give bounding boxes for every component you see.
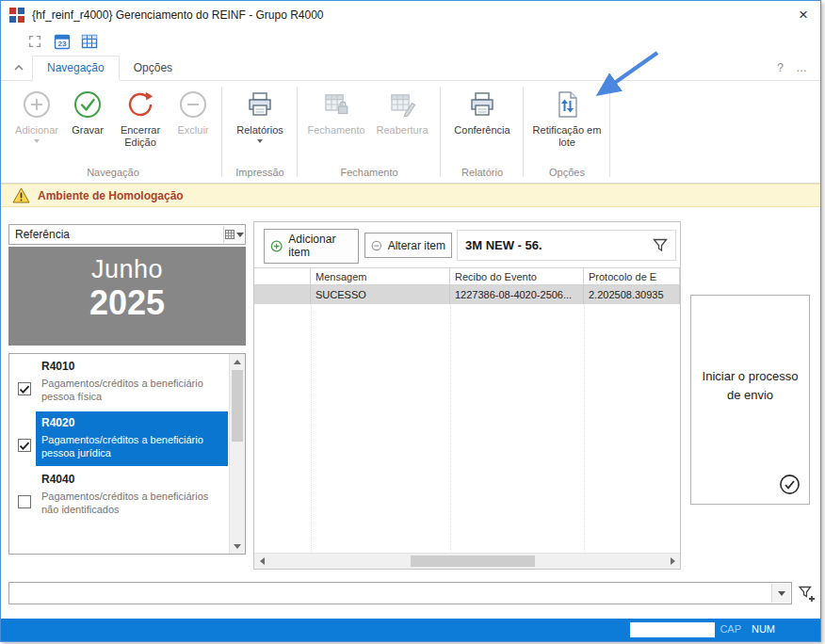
chevron-up-icon: [13, 64, 24, 72]
tab-opcoes[interactable]: Opções: [120, 56, 186, 80]
ribbon-group-relatorio: Conferência Relatório: [441, 81, 524, 183]
checkbox-r4020[interactable]: [18, 439, 31, 452]
grid-filter-text: 3M NEW - 56.: [465, 238, 653, 252]
ribbon-button-fechamento: Fechamento: [303, 86, 369, 137]
check-circle-icon: [779, 474, 801, 495]
filter-funnel-icon[interactable]: [653, 238, 668, 252]
undo-circular-arrow-icon: [124, 89, 156, 121]
filter-add-icon[interactable]: [798, 585, 817, 604]
reference-dropdown-button[interactable]: [223, 226, 244, 243]
ribbon-button-excluir: Excluir: [170, 86, 217, 137]
remove-circle-icon: [177, 89, 209, 121]
scroll-right-icon[interactable]: [665, 554, 680, 569]
ribbon-button-conferencia[interactable]: Conferência: [445, 86, 519, 137]
ribbon-button-label: Retificação em lote: [528, 124, 606, 149]
ribbon-button-retificacao-em-lote[interactable]: Retificação em lote: [528, 86, 606, 149]
calendar-icon[interactable]: 23: [53, 32, 72, 51]
period-month: Junho: [8, 255, 246, 284]
list-item-code: R4040: [41, 473, 222, 486]
edit-item-button[interactable]: Alterar item: [364, 233, 452, 258]
ribbon-group-label: Fechamento: [298, 165, 441, 183]
ribbon-group-label: Impressão: [222, 165, 298, 183]
grid-header-recibo[interactable]: Recibo do Evento: [450, 268, 584, 284]
combo-dropdown-button[interactable]: [771, 584, 790, 603]
warning-icon: [12, 187, 30, 203]
ribbon-button-label: Conferência: [454, 124, 510, 137]
grid-header-indicator[interactable]: [254, 268, 311, 284]
add-item-icon: [270, 239, 283, 253]
more-options-button[interactable]: …: [796, 61, 807, 74]
list-item-desc: Pagamentos/créditos a beneficiário pesso…: [41, 377, 211, 404]
caret-down-icon: [236, 233, 244, 237]
ribbon-group-label: Relatório: [441, 165, 524, 183]
dropdown-caret-icon: [257, 139, 263, 143]
check-icon: [19, 384, 30, 394]
ribbon-button-label: Encerrar Edição: [111, 124, 170, 149]
period-display: Junho 2025: [8, 247, 246, 346]
start-send-panel[interactable]: Iniciar o processo de envio: [690, 295, 810, 505]
vertical-scrollbar[interactable]: [229, 354, 245, 554]
status-cap: CAP: [720, 623, 741, 635]
batch-rectify-document-icon: [551, 89, 583, 121]
scroll-left-icon[interactable]: [254, 554, 269, 569]
tab-navegacao[interactable]: Navegação: [32, 56, 120, 81]
warning-text: Ambiente de Homologação: [38, 189, 184, 202]
locked-sheet-icon: [320, 89, 352, 121]
help-button[interactable]: ?: [777, 61, 784, 74]
event-type-list: R4010 Pagamentos/créditos a beneficiário…: [8, 353, 246, 555]
horizontal-scrollbar[interactable]: [254, 553, 680, 569]
ribbon-group-impressao: Relatórios Impressão: [222, 81, 298, 183]
add-item-button[interactable]: Adicionar item: [264, 229, 359, 264]
collapse-window-icon[interactable]: [25, 32, 44, 51]
list-item-desc: Pagamentos/créditos a beneficiário pesso…: [41, 433, 211, 460]
ribbon-button-reabertura: Reabertura: [369, 86, 435, 137]
close-button[interactable]: ×: [786, 1, 820, 29]
edit-item-icon: [371, 239, 382, 252]
ribbon: Adicionar Gravar Encerrar Edição: [1, 81, 820, 184]
ribbon-group-label: Opções: [524, 165, 610, 183]
checkbox-r4010[interactable]: [18, 382, 31, 395]
events-grid-panel: Adicionar item Alterar item 3M NEW - 56.…: [253, 221, 681, 570]
list-item-r4010[interactable]: R4010 Pagamentos/créditos a beneficiário…: [9, 354, 229, 411]
ribbon-button-encerrar-edicao[interactable]: Encerrar Edição: [111, 86, 170, 149]
bottom-filter-combo[interactable]: [8, 582, 792, 604]
ribbon-button-label: Excluir: [177, 124, 208, 137]
tab-opcoes-label: Opções: [134, 61, 172, 74]
reopen-sheet-icon: [386, 89, 418, 121]
grid-body: [254, 304, 680, 552]
table-icon[interactable]: [80, 32, 99, 51]
reference-label: Referência: [15, 228, 70, 241]
list-item-r4040[interactable]: R4040 Pagamentos/créditos a beneficiário…: [9, 467, 229, 523]
add-item-label: Adicionar item: [288, 233, 352, 258]
scrollbar-thumb[interactable]: [232, 370, 243, 442]
save-check-icon: [72, 89, 104, 121]
ribbon-collapse-button[interactable]: [8, 58, 30, 77]
checkbox-r4040[interactable]: [18, 495, 31, 508]
grid-header-protocolo[interactable]: Protocolo de E: [584, 268, 680, 284]
ribbon-button-label: Adicionar: [15, 124, 58, 137]
ribbon-group-opcoes: Retificação em lote Opções: [524, 81, 610, 183]
grid-header: Mensagem Recibo do Evento Protocolo de E: [254, 267, 680, 285]
title-bar: {hf_reinf_r4000} Gerenciamento do REINF …: [1, 1, 820, 29]
ribbon-button-label: Gravar: [72, 124, 104, 137]
scroll-down-icon[interactable]: [230, 539, 245, 554]
grid-cell: 2.202508.30935: [584, 285, 680, 304]
scrollbar-thumb[interactable]: [411, 555, 535, 567]
ribbon-group-fechamento: Fechamento Reabertura Fechamento: [298, 81, 441, 183]
grid-row-selected[interactable]: SUCESSO 1227386-08-4020-2506... 2.202508…: [254, 285, 680, 304]
ribbon-button-relatorios[interactable]: Relatórios: [228, 86, 292, 143]
window-title: {hf_reinf_r4000} Gerenciamento do REINF …: [32, 8, 324, 22]
dropdown-caret-icon: [34, 139, 40, 143]
grid-cell: [254, 285, 311, 304]
scroll-up-icon[interactable]: [230, 354, 245, 369]
grid-filter-box[interactable]: 3M NEW - 56.: [457, 230, 676, 261]
status-bar: CAP NUM: [1, 619, 820, 641]
reference-combo[interactable]: Referência: [8, 224, 246, 245]
grid-header-mensagem[interactable]: Mensagem: [311, 268, 450, 284]
grid-cell: 1227386-08-4020-2506...: [450, 285, 584, 304]
add-circle-icon: [21, 89, 53, 121]
list-item-r4020[interactable]: R4020 Pagamentos/créditos a beneficiário…: [9, 411, 229, 467]
status-indicator-box: [630, 622, 715, 637]
svg-text:23: 23: [58, 40, 67, 48]
ribbon-button-gravar[interactable]: Gravar: [64, 86, 111, 137]
